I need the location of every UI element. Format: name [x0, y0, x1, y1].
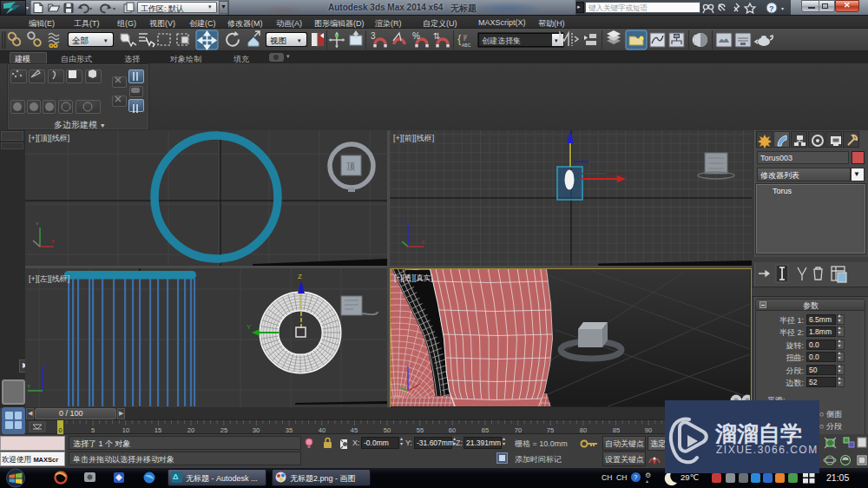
svg-text:65: 65	[482, 426, 489, 434]
svg-text:20: 20	[187, 426, 194, 434]
svg-text:Y: Y	[27, 384, 30, 389]
svg-text:▾: ▾	[781, 6, 784, 11]
svg-text:0: 0	[58, 426, 62, 434]
svg-text:▾: ▾	[89, 6, 92, 11]
svg-text:25: 25	[220, 426, 227, 434]
svg-text:75: 75	[547, 426, 554, 434]
svg-text:50: 50	[384, 426, 391, 434]
svg-text:30: 30	[253, 426, 260, 434]
svg-text:Z: Z	[404, 218, 407, 223]
svg-text:▾: ▾	[113, 6, 115, 11]
svg-text:顶: 顶	[346, 162, 355, 171]
svg-text:85: 85	[613, 426, 620, 434]
svg-text:创建选择集: 创建选择集	[482, 36, 521, 45]
svg-text:[+][透][真实]: [+][透][真实]	[394, 274, 433, 282]
svg-text:Z: Z	[44, 362, 48, 367]
svg-text:60: 60	[449, 426, 456, 434]
svg-text:视图: 视图	[270, 36, 286, 45]
svg-text:|/: |/	[464, 34, 467, 41]
svg-text:15: 15	[155, 426, 161, 434]
svg-text:Z: Z	[298, 273, 302, 280]
svg-text:3: 3	[371, 31, 376, 41]
svg-text:90: 90	[645, 426, 652, 434]
svg-text:70: 70	[515, 426, 522, 434]
svg-text:55: 55	[417, 426, 424, 434]
svg-text:溜溜自学: 溜溜自学	[714, 421, 802, 445]
svg-text:X: X	[421, 240, 424, 245]
svg-text:ABC: ABC	[462, 43, 471, 48]
svg-text:10: 10	[122, 426, 129, 434]
svg-text:%: %	[412, 31, 420, 41]
svg-text:45: 45	[351, 426, 358, 434]
svg-text:▾: ▾	[298, 37, 301, 43]
svg-text:Y: Y	[247, 323, 252, 331]
svg-text:?: ?	[769, 4, 774, 13]
svg-text:40: 40	[319, 426, 326, 434]
svg-text:全部: 全部	[72, 36, 89, 45]
svg-text:80: 80	[580, 426, 587, 434]
svg-text:Y: Y	[36, 221, 39, 227]
svg-text:▾: ▾	[104, 37, 108, 43]
svg-text:35: 35	[286, 426, 293, 434]
svg-text:5: 5	[91, 426, 95, 434]
svg-text:▾: ▾	[555, 37, 558, 43]
svg-text:⇅: ⇅	[433, 31, 440, 41]
svg-text:ZIXUE.3066.COM: ZIXUE.3066.COM	[716, 444, 819, 456]
svg-text:X: X	[51, 239, 55, 244]
